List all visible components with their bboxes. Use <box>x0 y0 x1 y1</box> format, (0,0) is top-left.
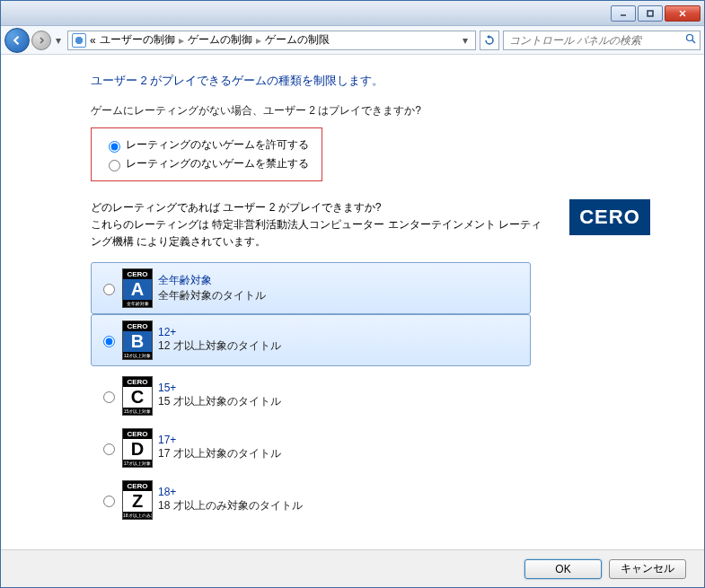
breadcrumb-item[interactable]: ゲームの制限 <box>265 32 330 48</box>
rating-question-text: どのレーティングであれば ユーザー 2 がプレイできますか? これらのレーティン… <box>91 199 551 251</box>
rating-text: 15+15 才以上対象のタイトル <box>158 382 281 409</box>
close-button[interactable] <box>665 5 701 22</box>
question-unrated: ゲームにレーティングがない場合、ユーザー 2 はプレイできますか? <box>91 103 668 118</box>
breadcrumb-dropdown[interactable]: ▾ <box>459 34 471 47</box>
cero-badge-b: CEROB12才以上対象 <box>122 320 153 360</box>
refresh-button[interactable] <box>480 31 499 50</box>
search-icon[interactable] <box>685 33 696 47</box>
rating-radio-b[interactable] <box>103 336 115 347</box>
cero-badge-z: CEROZ18才以上のみ対象 <box>122 480 153 520</box>
rating-desc: 12 才以上対象のタイトル <box>158 338 281 354</box>
back-button[interactable] <box>4 28 30 53</box>
rating-desc: 17 才以上対象のタイトル <box>158 446 281 461</box>
rating-item-c[interactable]: CEROC15才以上対象15+15 才以上対象のタイトル <box>91 370 531 422</box>
rating-title: 18+ <box>158 486 303 498</box>
rating-desc: 全年齢対象のタイトル <box>158 288 266 303</box>
rating-title: 全年齢対象 <box>158 273 266 288</box>
cero-badge-d: CEROD17才以上対象 <box>122 428 153 468</box>
forward-button[interactable] <box>31 31 51 50</box>
rating-text: 18+18 才以上のみ対象のタイトル <box>158 486 303 513</box>
rating-desc: 15 才以上対象のタイトル <box>158 394 281 409</box>
radio-block-label: レーティングのないゲームを禁止する <box>126 156 309 171</box>
rating-item-z[interactable]: CEROZ18才以上のみ対象18+18 才以上のみ対象のタイトル <box>91 474 531 526</box>
svg-line-5 <box>692 40 695 43</box>
rating-item-a[interactable]: CEROA全年齢対象全年齢対象全年齢対象のタイトル <box>91 262 531 314</box>
rating-question-line1: どのレーティングであれば ユーザー 2 がプレイできますか? <box>91 201 381 214</box>
nav-history-dropdown[interactable]: ▾ <box>53 31 64 50</box>
control-panel-icon <box>72 33 86 48</box>
rating-text: 全年齢対象全年齢対象のタイトル <box>158 273 266 303</box>
rating-highlight-group: CEROA全年齢対象全年齢対象全年齢対象のタイトルCEROB12才以上対象12+… <box>91 262 531 366</box>
breadcrumb-separator-icon: ▸ <box>179 34 184 47</box>
radio-block-input[interactable] <box>109 160 120 171</box>
cero-logo: CERO <box>569 199 650 235</box>
addressbar: ▾ « ユーザーの制御 ▸ ゲームの制御 ▸ ゲームの制限 ▾ <box>1 26 704 55</box>
maximize-button[interactable] <box>638 5 663 22</box>
radio-allow-label: レーティングのないゲームを許可する <box>126 137 309 153</box>
breadcrumb-prefix: « <box>90 34 96 47</box>
search-input[interactable] <box>507 33 685 48</box>
rating-question-block: どのレーティングであれば ユーザー 2 がプレイできますか? これらのレーティン… <box>91 199 668 251</box>
rating-radio-d[interactable] <box>103 443 115 455</box>
rating-text: 12+12 才以上対象のタイトル <box>158 326 281 354</box>
titlebar <box>1 1 704 26</box>
breadcrumb[interactable]: « ユーザーの制御 ▸ ゲームの制御 ▸ ゲームの制限 ▾ <box>67 31 476 50</box>
rating-radio-z[interactable] <box>103 496 115 507</box>
radio-allow-unrated[interactable]: レーティングのないゲームを許可する <box>104 136 309 154</box>
footer: OK キャンセル <box>1 549 704 587</box>
rating-desc: 18 才以上のみ対象のタイトル <box>158 498 303 513</box>
page-heading: ユーザー 2 がプレイできるゲームの種類を制限します。 <box>91 73 668 89</box>
rating-item-b[interactable]: CEROB12才以上対象12+12 才以上対象のタイトル <box>91 314 531 366</box>
unrated-radio-group: レーティングのないゲームを許可する レーティングのないゲームを禁止する <box>91 127 322 181</box>
rating-text: 17+17 才以上対象のタイトル <box>158 434 281 461</box>
content-area: ユーザー 2 がプレイできるゲームの種類を制限します。 ゲームにレーティングがな… <box>1 55 704 549</box>
ok-button[interactable]: OK <box>524 559 602 579</box>
rating-question-line2: これらのレーティングは 特定非営利活動法人コンピューター エンターテインメント … <box>91 218 542 248</box>
breadcrumb-separator-icon: ▸ <box>256 34 261 47</box>
cero-badge-a: CEROA全年齢対象 <box>122 268 153 308</box>
minimize-button[interactable] <box>611 5 636 22</box>
rating-radio-c[interactable] <box>103 391 115 403</box>
rating-list: CEROA全年齢対象全年齢対象全年齢対象のタイトルCEROB12才以上対象12+… <box>91 262 668 526</box>
search-box[interactable] <box>503 31 701 50</box>
radio-allow-input[interactable] <box>109 141 120 153</box>
rating-title: 15+ <box>158 382 281 394</box>
radio-block-unrated[interactable]: レーティングのないゲームを禁止する <box>104 154 309 173</box>
window: ▾ « ユーザーの制御 ▸ ゲームの制御 ▸ ゲームの制限 ▾ ユーザー 2 が… <box>0 0 705 588</box>
breadcrumb-item[interactable]: ユーザーの制御 <box>100 32 175 48</box>
breadcrumb-item[interactable]: ゲームの制御 <box>188 32 252 48</box>
cero-badge-c: CEROC15才以上対象 <box>122 376 153 416</box>
svg-rect-1 <box>648 11 653 16</box>
svg-point-4 <box>687 35 693 41</box>
rating-item-d[interactable]: CEROD17才以上対象17+17 才以上対象のタイトル <box>91 422 531 474</box>
rating-title: 12+ <box>158 326 281 338</box>
rating-title: 17+ <box>158 434 281 446</box>
cancel-button[interactable]: キャンセル <box>609 559 686 579</box>
rating-radio-a[interactable] <box>103 284 115 295</box>
